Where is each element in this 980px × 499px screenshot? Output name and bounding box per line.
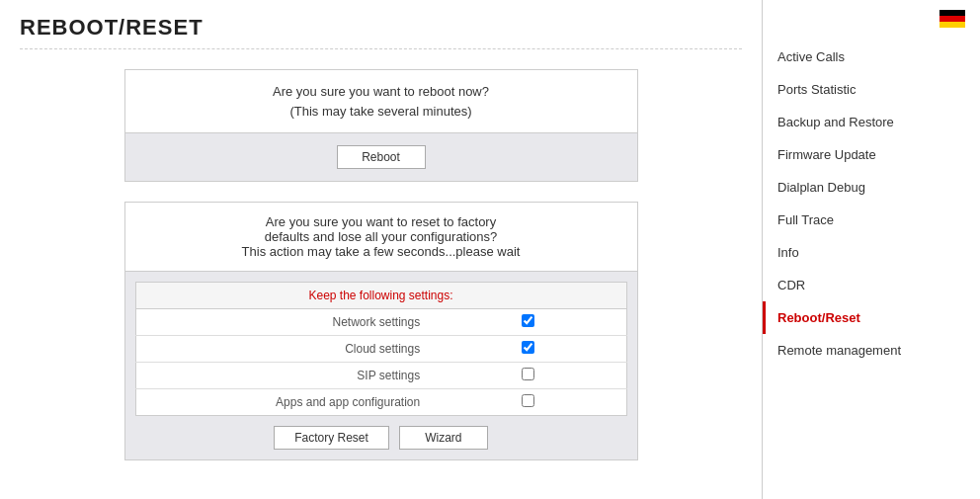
flag-icon [939,10,965,31]
table-row: Network settings [135,309,626,336]
factory-reset-button[interactable]: Factory Reset [274,426,389,450]
setting-label: Network settings [135,309,430,336]
svg-rect-2 [939,22,965,28]
keep-settings-header: Keep the following settings: [135,283,626,309]
sidebar-item-cdr[interactable]: CDR [763,269,980,301]
page-title: REBOOT/RESET [20,15,742,49]
setting-checkbox-cell [430,363,626,389]
sidebar-item-full-trace[interactable]: Full Trace [763,204,980,236]
setting-label: Cloud settings [135,336,430,363]
setting-checkbox[interactable] [522,341,534,354]
reboot-line2: (This may take several minutes) [135,102,627,122]
svg-rect-0 [939,10,965,16]
sidebar: Active CallsPorts StatisticBackup and Re… [763,0,980,499]
setting-checkbox-cell [430,336,626,363]
setting-label: SIP settings [135,363,430,389]
reset-header: Are you sure you want to reset to factor… [125,203,637,272]
sidebar-item-info[interactable]: Info [763,236,980,269]
reset-line1: Are you sure you want to reset to factor… [135,214,627,229]
sidebar-item-active-calls[interactable]: Active Calls [763,41,980,73]
setting-checkbox[interactable] [522,394,534,407]
setting-checkbox-cell [430,309,626,336]
sidebar-item-firmware-update[interactable]: Firmware Update [763,138,980,171]
table-row: Apps and app configuration [135,389,626,416]
setting-label: Apps and app configuration [135,389,430,416]
reset-body: Keep the following settings: Network set… [125,272,637,459]
action-buttons: Factory Reset Wizard [135,426,627,450]
main-content: REBOOT/RESET Are you sure you want to re… [0,0,763,499]
table-row: Cloud settings [135,336,626,363]
reboot-button[interactable]: Reboot [337,145,426,169]
reset-line2: defaults and lose all your configuration… [135,229,627,244]
sidebar-header [763,5,980,41]
sidebar-item-remote-management[interactable]: Remote management [763,334,980,367]
sidebar-items-container: Active CallsPorts StatisticBackup and Re… [763,41,980,367]
reboot-section: Are you sure you want to reboot now? (Th… [124,69,638,182]
setting-checkbox[interactable] [522,368,534,380]
setting-checkbox[interactable] [522,314,534,327]
reboot-body: Reboot [125,133,637,181]
sidebar-item-dialplan-debug[interactable]: Dialplan Debug [763,171,980,204]
reboot-line1: Are you sure you want to reboot now? [135,82,627,102]
wizard-button[interactable]: Wizard [399,426,488,450]
sidebar-item-backup-and-restore[interactable]: Backup and Restore [763,106,980,138]
reset-section: Are you sure you want to reset to factor… [124,202,638,460]
reboot-header: Are you sure you want to reboot now? (Th… [125,70,637,133]
svg-rect-1 [939,16,965,22]
table-row: SIP settings [135,363,626,389]
sidebar-item-ports-statistic[interactable]: Ports Statistic [763,73,980,106]
reset-line3: This action may take a few seconds...ple… [135,244,627,259]
keep-settings-table: Keep the following settings: Network set… [135,282,627,416]
setting-checkbox-cell [430,389,626,416]
sidebar-item-reboot/reset[interactable]: Reboot/Reset [763,301,980,334]
